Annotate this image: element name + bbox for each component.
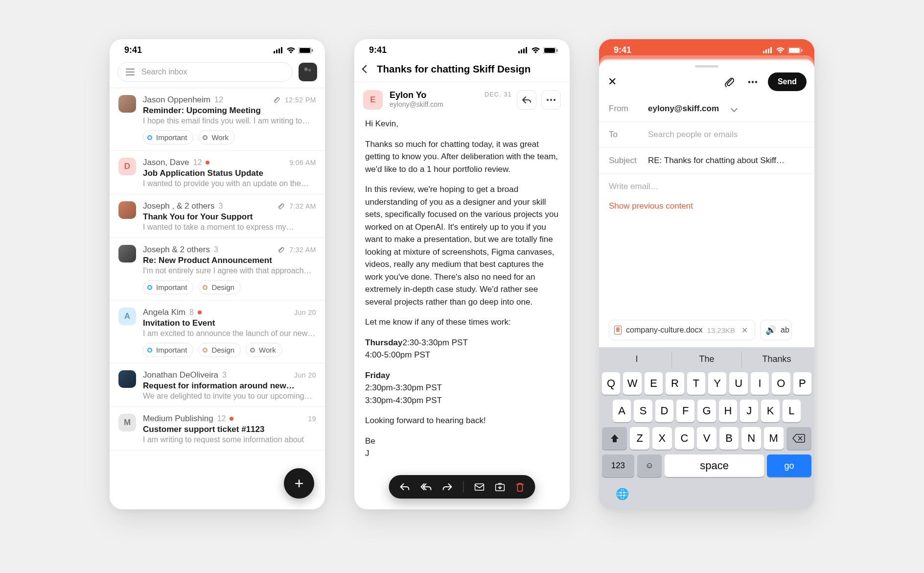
- action-reply[interactable]: [400, 483, 410, 491]
- compose-fab[interactable]: +: [284, 468, 314, 499]
- tag[interactable]: Work: [198, 130, 235, 144]
- to-field[interactable]: To Search people or emails: [599, 122, 814, 148]
- mail-sender: Angela Kim: [143, 308, 185, 317]
- key-P[interactable]: P: [793, 372, 811, 395]
- go-key[interactable]: go: [767, 454, 811, 477]
- key-V[interactable]: V: [697, 427, 716, 450]
- shift-key[interactable]: [602, 427, 627, 450]
- tag[interactable]: Important: [143, 130, 193, 144]
- more-button[interactable]: [541, 90, 561, 110]
- action-mark-read[interactable]: [475, 483, 485, 491]
- mail-item[interactable]: Joseph & 2 others 3 7:32 AM Re: New Prod…: [110, 238, 325, 301]
- key-U[interactable]: U: [729, 372, 747, 395]
- attachment-chip[interactable]: company-culture.docx 13.23KB ✕: [609, 320, 755, 340]
- mail-preview: We are delighted to invite you to our up…: [143, 392, 316, 401]
- tag[interactable]: Important: [143, 280, 193, 294]
- from-field[interactable]: From eylony@skiff.com: [599, 96, 814, 122]
- key-Y[interactable]: Y: [708, 372, 726, 395]
- key-I[interactable]: I: [751, 372, 769, 395]
- key-Q[interactable]: Q: [602, 372, 620, 395]
- svg-point-27: [752, 81, 754, 83]
- mail-subject: Re: New Product Announcement: [143, 256, 316, 265]
- key-X[interactable]: X: [652, 427, 672, 450]
- mail-sender: Joseph & 2 others: [143, 245, 210, 255]
- globe-icon[interactable]: 🌐: [616, 488, 629, 501]
- key-B[interactable]: B: [719, 427, 739, 450]
- key-E[interactable]: E: [645, 372, 663, 395]
- mail-sender: Jonathan DeOliveira: [143, 370, 218, 380]
- key-S[interactable]: S: [634, 400, 652, 422]
- signal-icon: [763, 47, 773, 53]
- tag[interactable]: Work: [246, 343, 282, 357]
- action-reply-all[interactable]: [420, 483, 432, 491]
- emoji-key[interactable]: ☺: [637, 454, 662, 477]
- backspace-icon: [792, 434, 805, 443]
- close-icon[interactable]: ✕: [608, 75, 617, 88]
- suggestion[interactable]: I: [602, 351, 671, 367]
- tag[interactable]: Important: [143, 343, 193, 357]
- show-previous-link[interactable]: Show previous content: [609, 201, 805, 211]
- mail-subject: Thank You for Your Support: [143, 212, 316, 222]
- key-T[interactable]: T: [687, 372, 705, 395]
- key-K[interactable]: K: [761, 400, 779, 422]
- attachment-name: company-culture.docx: [626, 326, 703, 334]
- key-A[interactable]: A: [613, 400, 631, 422]
- space-key[interactable]: space: [665, 454, 763, 477]
- tag-dot-icon: [250, 348, 255, 353]
- key-Z[interactable]: Z: [630, 427, 649, 450]
- tag[interactable]: Design: [198, 343, 241, 357]
- separator: [463, 481, 464, 493]
- menu-icon[interactable]: [126, 69, 135, 75]
- mail-avatar: [118, 201, 136, 219]
- mail-item[interactable]: D Jason, Dave 12 9:06 AM Job Application…: [110, 151, 325, 194]
- sender-avatar[interactable]: E: [363, 90, 383, 110]
- action-archive[interactable]: [495, 482, 505, 491]
- mail-item[interactable]: A Angela Kim 8 Jun 20 Invitation to Even…: [110, 301, 325, 363]
- attachment-name: ab: [781, 326, 789, 334]
- inbox-list[interactable]: Jason Oppenheim 12 12:52 PM Reminder: Up…: [110, 88, 325, 509]
- send-button[interactable]: Send: [768, 72, 807, 91]
- attachment-chip-partial[interactable]: 🔊 ab: [760, 320, 792, 340]
- key-M[interactable]: M: [764, 427, 784, 450]
- key-W[interactable]: W: [623, 372, 641, 395]
- num-key[interactable]: 123: [602, 454, 634, 477]
- attachment-icon: [277, 202, 284, 210]
- email-thursday: Thursday2:30-3:30pm PST4:00-5:00pm PST: [365, 336, 559, 361]
- key-J[interactable]: J: [740, 400, 758, 422]
- key-O[interactable]: O: [772, 372, 790, 395]
- status-bar: 9:41: [599, 39, 814, 58]
- subject-field[interactable]: Subject RE: Thanks for chatting about Sk…: [599, 148, 814, 174]
- key-D[interactable]: D: [655, 400, 673, 422]
- key-N[interactable]: N: [741, 427, 761, 450]
- wifi-icon: [531, 47, 540, 54]
- back-icon[interactable]: [362, 65, 370, 73]
- key-H[interactable]: H: [719, 400, 737, 422]
- mail-avatar: A: [118, 308, 136, 325]
- action-delete[interactable]: [516, 482, 525, 492]
- action-forward[interactable]: [443, 483, 453, 491]
- key-G[interactable]: G: [697, 400, 716, 422]
- suggestion[interactable]: The: [671, 351, 741, 367]
- mail-item[interactable]: Jonathan DeOliveira 3 Jun 20 Request for…: [110, 363, 325, 407]
- profile-avatar[interactable]: [299, 63, 317, 81]
- key-C[interactable]: C: [675, 427, 694, 450]
- key-R[interactable]: R: [666, 372, 684, 395]
- attach-button[interactable]: [721, 73, 738, 90]
- key-L[interactable]: L: [783, 400, 801, 422]
- mail-item[interactable]: M Medium Publishing 12 19 Customer suppo…: [110, 407, 325, 451]
- chevron-down-icon[interactable]: [731, 105, 738, 112]
- mail-count: 3: [214, 245, 218, 254]
- email-body: Hi Kevin, Thanks so much for chatting to…: [354, 110, 570, 476]
- overflow-button[interactable]: [744, 73, 761, 90]
- reply-button[interactable]: [517, 90, 536, 110]
- backspace-key[interactable]: [786, 427, 811, 450]
- mail-item[interactable]: Jason Oppenheim 12 12:52 PM Reminder: Up…: [110, 88, 325, 151]
- remove-attachment-icon[interactable]: ✕: [739, 326, 750, 335]
- sheet-grabber[interactable]: [695, 65, 718, 68]
- compose-body[interactable]: Write email… Show previous content: [599, 174, 814, 219]
- mail-item[interactable]: Joseph , & 2 others 3 7:32 AM Thank You …: [110, 194, 325, 238]
- key-F[interactable]: F: [676, 400, 694, 422]
- suggestion[interactable]: Thanks: [741, 351, 811, 367]
- tag[interactable]: Design: [198, 280, 241, 294]
- search-box[interactable]: Search inbox: [117, 62, 293, 82]
